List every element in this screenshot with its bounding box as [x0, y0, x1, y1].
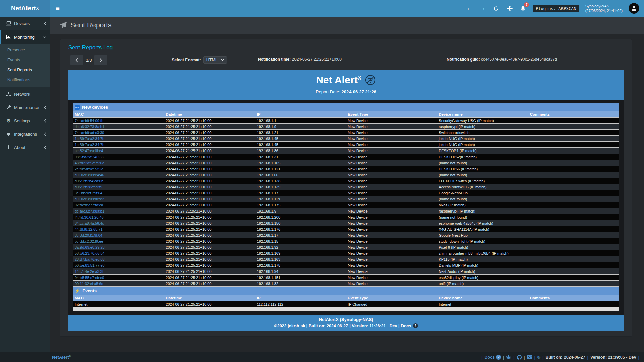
- prev-page-button[interactable]: [70, 55, 83, 65]
- table-cell: FLEXPOESwitch (IP match): [437, 178, 528, 184]
- mac-address-cell[interactable]: 3c:8d:20:f1:9f:04: [73, 190, 164, 196]
- mac-address-cell[interactable]: 92:ac:85:77:fd:ca: [73, 202, 164, 208]
- table-cell: [528, 301, 619, 307]
- mac-address-link[interactable]: 00:11:32:ef:a5:6c: [75, 282, 103, 286]
- sidebar-item-about[interactable]: i About: [0, 141, 50, 154]
- mac-address-cell[interactable]: c0:06:c3:09:e4:46: [73, 172, 164, 178]
- mac-address-link[interactable]: dc:a6:32:73:8a:b1: [75, 125, 104, 129]
- mac-address-cell[interactable]: 1c:69:7a:a2:34:7b: [73, 142, 164, 148]
- mac-address-link[interactable]: 28:87:ba:76:ed:03: [75, 257, 105, 261]
- mac-address-link[interactable]: 2c:f0:5d:9e:73:2c: [75, 167, 103, 171]
- sidebar-item-presence[interactable]: Presence: [0, 45, 50, 55]
- move-button[interactable]: [506, 5, 513, 12]
- mac-address-cell[interactable]: 74:ac:b9:54:09:fb: [73, 118, 164, 124]
- mac-address-link[interactable]: 58:b6:23:70:d6:b4: [75, 251, 105, 255]
- mac-address-link[interactable]: d0:21:f9:b4:ca:0b: [75, 179, 103, 183]
- table-cell: esp32display (IP match): [437, 275, 528, 281]
- mac-address-cell[interactable]: 1c:69:7a:a2:34:7b: [73, 136, 164, 142]
- mac-address-cell[interactable]: dc:a6:32:73:8a:b1: [73, 208, 164, 214]
- mac-address-link[interactable]: 98:5f:d3:d5:40:33: [75, 155, 104, 159]
- mac-address-link[interactable]: 44:6f:f8:12:68:71: [75, 227, 103, 231]
- report-body: NEWNew devices MAC Datetime IP Event Typ…: [68, 100, 624, 315]
- mac-address-cell[interactable]: 48:b0:2d:5c:79:0d: [73, 160, 164, 166]
- chevron-left-icon: [44, 106, 46, 109]
- table-cell: New Device: [346, 166, 437, 172]
- email-icon[interactable]: [527, 355, 532, 359]
- plugins-status-badge[interactable]: Plugins: ARPSCAN: [533, 5, 579, 12]
- mac-address-link[interactable]: f4:4d:30:61:20:46: [75, 215, 104, 219]
- sidebar-toggle-button[interactable]: ≡: [50, 0, 66, 17]
- mac-address-link[interactable]: d0:21:f9:8c:59:f9: [75, 185, 102, 189]
- mac-address-link[interactable]: b0:be:83:51:77:e8: [75, 263, 105, 267]
- mac-address-link[interactable]: 92:ac:85:77:fd:ca: [75, 203, 103, 207]
- mac-address-cell[interactable]: c0:06:c3:09:de:e2: [73, 196, 164, 202]
- mac-address-cell[interactable]: 58:b6:23:70:d6:b4: [73, 250, 164, 256]
- mac-address-cell[interactable]: dc:a6:32:73:8a:b1: [73, 124, 164, 130]
- next-page-button[interactable]: [94, 55, 107, 65]
- mac-address-link[interactable]: c0:06:c3:09:e4:46: [75, 173, 104, 177]
- sidebar-item-events[interactable]: Events: [0, 55, 50, 65]
- github-icon[interactable]: [517, 355, 522, 360]
- mac-address-cell[interactable]: 2c:f0:5d:9e:73:2c: [73, 166, 164, 172]
- mac-address-link[interactable]: 74:ac:b9:54:09:fb: [75, 119, 103, 123]
- sidebar-item-sent-reports[interactable]: Sent Reports: [0, 65, 50, 75]
- notifications-bell-button[interactable]: 7: [519, 5, 527, 12]
- docs-link[interactable]: Docs?: [484, 355, 501, 360]
- mac-address-cell[interactable]: b0:be:83:51:77:e8: [73, 262, 164, 268]
- mac-address-link[interactable]: 3c:8d:20:f1:9f:04: [75, 191, 102, 195]
- mac-address-cell[interactable]: bc:dd:c2:32:f9:ee: [73, 238, 164, 244]
- mac-address-link[interactable]: 74:ac:b9:ad:c3:30: [75, 131, 104, 135]
- mac-address-link[interactable]: c0:06:c3:09:de:e2: [75, 197, 104, 201]
- nav-forward-button[interactable]: →: [479, 5, 486, 12]
- sidebar-item-notifications[interactable]: Notifications: [0, 75, 50, 85]
- sidebar-item-maintenance[interactable]: Maintenance: [0, 101, 50, 114]
- mac-address-link[interactable]: 1c:69:7a:a2:34:7b: [75, 137, 104, 141]
- question-circle-icon[interactable]: ?: [413, 323, 418, 328]
- format-select[interactable]: HTML: [203, 56, 227, 64]
- sidebar-item-monitoring[interactable]: Monitoring: [0, 30, 50, 44]
- refresh-button[interactable]: [492, 5, 500, 12]
- copyright-icon[interactable]: ©: [537, 355, 540, 360]
- bug-report-icon[interactable]: [506, 355, 511, 360]
- mac-address-cell[interactable]: 94:b5:55:c7:cb:e0: [73, 275, 164, 281]
- mac-address-cell[interactable]: 74:ac:b9:ad:c3:30: [73, 130, 164, 136]
- nav-back-button[interactable]: ←: [466, 5, 473, 12]
- mac-address-cell[interactable]: 44:6f:f8:12:68:71: [73, 226, 164, 232]
- mac-address-cell[interactable]: 3c:8d:20:f1:9f:04: [73, 232, 164, 238]
- mac-address-link[interactable]: 3c:8d:20:f1:9f:04: [75, 233, 102, 237]
- mac-address-cell[interactable]: 14:c1:4e:2e:a3:3f: [73, 268, 164, 275]
- mac-address-cell[interactable]: d0:21:f9:8c:59:f9: [73, 184, 164, 190]
- table-row: dc:a6:32:73:8a:b12024-06-27 21:25:21+10:…: [73, 208, 619, 214]
- mac-address-link[interactable]: 48:b0:2d:5c:79:0d: [75, 161, 104, 165]
- sidebar-item-devices[interactable]: Devices: [0, 17, 50, 30]
- table-cell: New Device: [346, 172, 437, 178]
- table-cell: 192.168.1.86: [255, 148, 346, 154]
- mac-address-cell[interactable]: ac:82:47:ca:0f:e4: [73, 148, 164, 154]
- table-row: bc:dd:c2:32:f9:ee2024-06-27 21:25:21+10:…: [73, 238, 619, 244]
- mac-address-cell[interactable]: d0:21:f9:b4:ca:0b: [73, 178, 164, 184]
- mac-address-link[interactable]: 1c:69:7a:a2:34:7b: [75, 143, 104, 147]
- mac-address-link[interactable]: dc:a6:32:73:8a:b1: [75, 209, 104, 213]
- sidebar-item-integrations[interactable]: Integrations: [0, 127, 50, 141]
- mac-address-link[interactable]: 84:cc:a8:4a:56:4c: [75, 221, 104, 225]
- table-cell: 192.168.1.169: [255, 250, 346, 256]
- box-title-link[interactable]: Sent Reports Log: [68, 39, 624, 52]
- mac-address-cell[interactable]: 98:5f:d3:d5:40:33: [73, 154, 164, 160]
- mac-address-cell[interactable]: 84:cc:a8:4a:56:4c: [73, 220, 164, 226]
- mac-address-cell[interactable]: 3a:9d:69:e0:29:28: [73, 244, 164, 250]
- format-value: HTML: [206, 58, 218, 62]
- mac-address-cell[interactable]: 00:11:32:ef:a5:6c: [73, 281, 164, 287]
- mac-address-link[interactable]: 94:b5:55:c7:cb:e0: [75, 276, 104, 280]
- app-logo[interactable]: NetAlertX: [0, 0, 50, 17]
- sidebar-item-settings[interactable]: ⚙ Settings: [0, 114, 50, 127]
- mac-address-link[interactable]: bc:dd:c2:32:f9:ee: [75, 239, 103, 243]
- mac-address-link[interactable]: 3a:9d:69:e0:29:28: [75, 245, 105, 249]
- wrench-icon: [6, 105, 11, 110]
- user-avatar[interactable]: [629, 3, 639, 14]
- mac-address-link[interactable]: 14:c1:4e:2e:a3:3f: [75, 269, 103, 274]
- mac-address-link[interactable]: ac:82:47:ca:0f:e4: [75, 149, 103, 153]
- mac-address-cell[interactable]: 28:87:ba:76:ed:03: [73, 256, 164, 262]
- sidebar-item-network[interactable]: Network: [0, 87, 50, 101]
- mac-address-cell[interactable]: f4:4d:30:61:20:46: [73, 214, 164, 220]
- footer-brand[interactable]: NetAlertX: [52, 354, 71, 360]
